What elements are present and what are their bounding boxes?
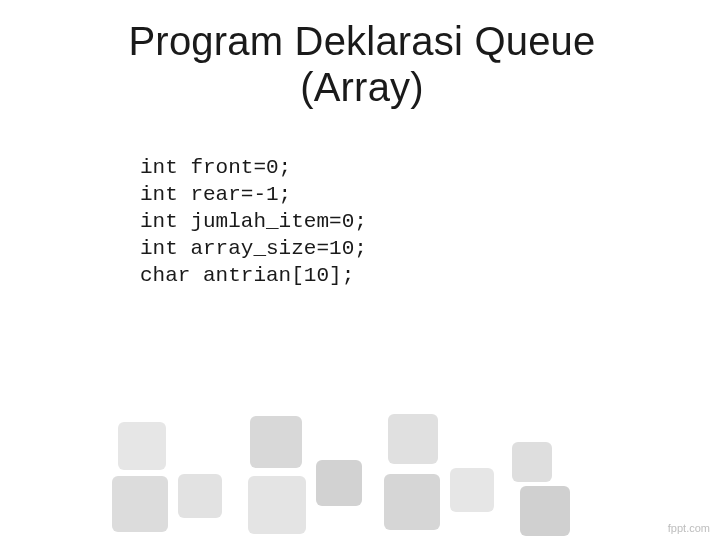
code-line: int array_size=10; bbox=[140, 237, 367, 260]
slide: Program Deklarasi Queue (Array) int fron… bbox=[0, 0, 720, 540]
square-icon bbox=[450, 468, 494, 512]
square-icon bbox=[316, 460, 362, 506]
square-icon bbox=[250, 416, 302, 468]
square-icon bbox=[112, 476, 168, 532]
square-icon bbox=[178, 474, 222, 518]
code-line: int front=0; bbox=[140, 156, 291, 179]
watermark: fppt.com bbox=[668, 522, 710, 534]
square-icon bbox=[512, 442, 552, 482]
slide-title: Program Deklarasi Queue (Array) bbox=[72, 18, 652, 110]
square-icon bbox=[118, 422, 166, 470]
square-icon bbox=[388, 414, 438, 464]
decorative-squares bbox=[0, 340, 720, 540]
code-line: int jumlah_item=0; bbox=[140, 210, 367, 233]
code-line: int rear=-1; bbox=[140, 183, 291, 206]
code-line: char antrian[10]; bbox=[140, 264, 354, 287]
square-icon bbox=[384, 474, 440, 530]
square-icon bbox=[248, 476, 306, 534]
code-block: int front=0; int rear=-1; int jumlah_ite… bbox=[140, 155, 367, 289]
square-icon bbox=[520, 486, 570, 536]
